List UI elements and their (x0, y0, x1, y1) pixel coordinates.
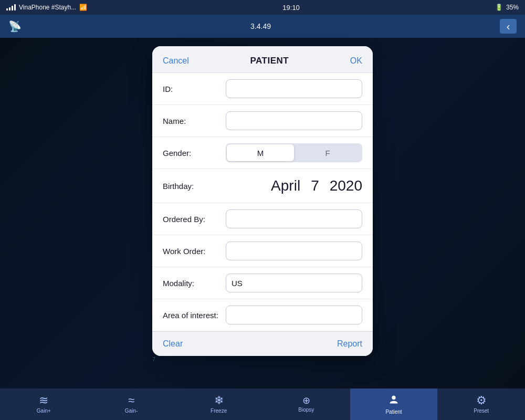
modality-row: Modality: (152, 267, 373, 299)
radio-signal-icon: 📡 (8, 20, 22, 33)
modal-title: PATIENT (250, 56, 289, 66)
tab-gain-minus[interactable]: ≈ Gain- (88, 388, 175, 420)
biopsy-label: Biopsy (298, 407, 314, 413)
work-order-label: Work Order: (163, 247, 226, 256)
freeze-label: Freeze (211, 408, 227, 414)
modal-header: Cancel PATIENT OK (152, 46, 373, 73)
modal-overlay: Cancel PATIENT OK ID: Name: Gender: M F (0, 38, 525, 388)
tab-patient[interactable]: Patient (350, 388, 438, 420)
ordered-by-row: Ordered By: (152, 203, 373, 235)
status-left: VinaPhone #Stayh... 📶 (6, 4, 87, 11)
patient-modal: Cancel PATIENT OK ID: Name: Gender: M F (152, 46, 373, 356)
birthday-day[interactable]: 7 (311, 177, 319, 194)
tab-freeze[interactable]: ❄ Freeze (175, 388, 262, 420)
biopsy-icon: ⊕ (302, 396, 310, 405)
ordered-by-label: Ordered By: (163, 215, 226, 224)
status-time: 19:10 (282, 4, 300, 12)
preset-label: Preset (474, 408, 489, 414)
cancel-button[interactable]: Cancel (163, 56, 189, 66)
birthday-values: April 7 2020 (226, 177, 362, 194)
id-label: ID: (163, 85, 226, 93)
gender-label: Gender: (163, 149, 226, 158)
signal-icon (6, 4, 16, 10)
ordered-by-input[interactable] (226, 209, 362, 228)
freeze-icon: ❄ (214, 395, 224, 406)
tab-gain-plus[interactable]: ≋ Gain+ (0, 388, 88, 420)
gender-row: Gender: M F (152, 137, 373, 169)
status-right: 🔋 35% (495, 4, 519, 11)
ok-button[interactable]: OK (350, 56, 362, 66)
work-order-row: Work Order: (152, 235, 373, 267)
clear-button[interactable]: Clear (163, 339, 183, 349)
patient-label: Patient (385, 409, 402, 415)
battery-icon: 🔋 (495, 4, 503, 11)
id-row: ID: (152, 73, 373, 105)
gender-toggle: M F (226, 143, 362, 162)
modality-label: Modality: (163, 279, 226, 288)
name-label: Name: (163, 117, 226, 125)
tab-biopsy[interactable]: ⊕ Biopsy (262, 388, 350, 420)
birthday-row: Birthday: April 7 2020 (152, 169, 373, 203)
gender-m-button[interactable]: M (227, 144, 294, 161)
birthday-month[interactable]: April (271, 177, 300, 194)
back-button[interactable]: ‹ (500, 19, 517, 34)
id-input[interactable] (226, 79, 362, 98)
gain-plus-icon: ≋ (39, 395, 48, 406)
preset-icon: ⚙ (476, 395, 487, 406)
status-bar: VinaPhone #Stayh... 📶 19:10 🔋 35% (0, 0, 525, 15)
birthday-year[interactable]: 2020 (330, 177, 362, 194)
area-input[interactable] (226, 306, 362, 324)
report-button[interactable]: Report (337, 339, 362, 349)
birthday-label: Birthday: (163, 182, 226, 191)
name-input[interactable] (226, 111, 362, 130)
patient-icon (388, 394, 400, 407)
gain-plus-label: Gain+ (37, 408, 51, 414)
area-label: Area of interest: (163, 311, 226, 320)
modal-body: ID: Name: Gender: M F Birthday: Apr (152, 73, 373, 331)
gain-minus-icon: ≈ (128, 395, 134, 406)
gain-minus-label: Gain- (125, 408, 138, 414)
modality-input[interactable] (226, 274, 362, 292)
app-version: 3.4.49 (250, 22, 271, 30)
area-row: Area of interest: (152, 299, 373, 331)
name-row: Name: (152, 105, 373, 137)
gender-f-button[interactable]: F (294, 144, 361, 161)
carrier-text: VinaPhone #Stayh... (19, 4, 76, 11)
battery-text: 35% (506, 4, 519, 11)
tab-preset[interactable]: ⚙ Preset (437, 388, 525, 420)
tab-bar: ≋ Gain+ ≈ Gain- ❄ Freeze ⊕ Biopsy Patien… (0, 388, 525, 420)
modal-footer: Clear Report (152, 331, 373, 356)
wifi-icon: 📶 (79, 4, 87, 11)
work-order-input[interactable] (226, 242, 362, 260)
app-bar: 📡 3.4.49 ‹ (0, 15, 525, 38)
